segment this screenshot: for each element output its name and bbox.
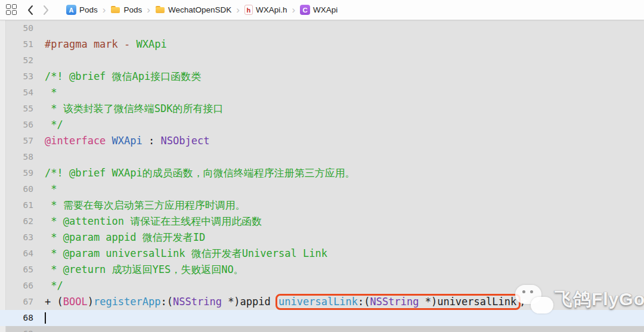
code-token: *	[45, 86, 57, 98]
code-text: *	[33, 181, 57, 197]
line-number[interactable]: 66	[0, 278, 33, 294]
code-line[interactable]: 57@interface WXApi : NSObject	[0, 133, 644, 149]
line-number[interactable]: 53	[0, 69, 33, 85]
chevron-right-icon	[42, 5, 49, 15]
line-number[interactable]: 64	[0, 246, 33, 262]
code-token: WXApi	[137, 38, 167, 50]
line-number[interactable]: 61	[0, 197, 33, 213]
code-token: NSString	[370, 296, 419, 308]
breadcrumb-item-wxapi-h[interactable]: hWXApi.h	[244, 5, 287, 15]
code-token: )	[88, 296, 94, 308]
code-token: #pragma mark -	[45, 38, 137, 50]
code-line[interactable]: 66 */	[0, 278, 644, 294]
code-token: NSObject	[161, 135, 210, 147]
code-line[interactable]: 52	[0, 52, 644, 69]
code-line[interactable]: 55 * 该类封装了微信终端SDK的所有接口	[0, 101, 644, 117]
line-number[interactable]: 58	[0, 149, 33, 165]
code-text: * @param appid 微信开发者ID	[33, 229, 205, 246]
code-line[interactable]: 63 * @param appid 微信开发者ID	[0, 229, 644, 246]
code-text: */	[33, 278, 63, 294]
code-line[interactable]: 68	[0, 310, 644, 326]
line-number[interactable]: 63	[0, 229, 33, 246]
code-token: */	[45, 119, 63, 131]
code-token: * 该类封装了微信终端SDK的所有接口	[45, 103, 223, 114]
breadcrumb-separator: ›	[103, 4, 106, 16]
related-items-icon[interactable]	[6, 4, 17, 15]
code-line[interactable]: 65 * @return 成功返回YES，失败返回NO。	[0, 262, 644, 278]
code-line[interactable]: 50	[0, 20, 644, 36]
breadcrumb-item-pods[interactable]: APods	[66, 5, 98, 15]
code-line[interactable]: 62 * @attention 请保证在主线程中调用此函数	[0, 213, 644, 229]
breadcrumb-label: WechatOpenSDK	[168, 5, 231, 14]
code-line[interactable]: 61 * 需要在每次启动第三方应用程序时调用。	[0, 197, 644, 213]
class-icon: C	[300, 5, 310, 15]
line-number[interactable]: 52	[0, 52, 33, 69]
back-button[interactable]	[27, 5, 34, 15]
breadcrumb-separator: ›	[236, 4, 240, 16]
code-token: ;	[519, 296, 525, 308]
line-number[interactable]: 68	[0, 310, 33, 326]
breadcrumb-item-wxapi[interactable]: CWXApi	[300, 5, 338, 15]
line-number[interactable]: 50	[0, 20, 33, 36]
code-text: * @attention 请保证在主线程中调用此函数	[33, 213, 262, 229]
code-token: */	[45, 280, 63, 291]
code-line[interactable]: 64 * @param universalLink 微信开发者Universal…	[0, 246, 644, 262]
code-token: *)appid	[222, 296, 277, 308]
code-line[interactable]: 58	[0, 149, 644, 165]
code-token: :(	[358, 296, 370, 308]
code-token: /*! @brief WXApi的成员函数，向微信终端程序注册第三方应用。	[45, 167, 355, 179]
line-number[interactable]: 51	[0, 36, 33, 52]
code-text	[33, 310, 46, 326]
breadcrumb-item-wechatopensdk[interactable]: WechatOpenSDK	[155, 5, 231, 15]
code-token: * @param appid 微信开发者ID	[45, 231, 205, 243]
text-cursor	[45, 312, 46, 324]
breadcrumb: APods›Pods›WechatOpenSDK›hWXApi.h›CWXApi	[66, 4, 338, 16]
code-line[interactable]: 59/*! @brief WXApi的成员函数，向微信终端程序注册第三方应用。	[0, 165, 644, 181]
breadcrumb-label: Pods	[79, 5, 98, 14]
code-token	[106, 135, 112, 147]
next-line-partial: 69	[0, 326, 644, 332]
code-editor[interactable]: 5051#pragma mark - WXApi5253/*! @brief 微…	[0, 20, 644, 332]
breadcrumb-separator: ›	[292, 4, 295, 16]
line-number[interactable]: 62	[0, 213, 33, 229]
code-line[interactable]: 54 *	[0, 85, 644, 101]
code-token: /*! @brief 微信Api接口函数类	[45, 70, 201, 82]
code-text: @interface WXApi : NSObject	[33, 133, 209, 149]
project-icon: A	[66, 5, 76, 15]
code-token: NSString	[173, 296, 222, 308]
line-number[interactable]: 69	[0, 326, 33, 332]
code-line[interactable]: 69	[0, 326, 644, 332]
code-line[interactable]: 60 *	[0, 181, 644, 197]
code-text: #pragma mark - WXApi	[33, 36, 167, 52]
line-number[interactable]: 56	[0, 117, 33, 133]
code-line[interactable]: 51#pragma mark - WXApi	[0, 36, 644, 52]
line-number[interactable]: 59	[0, 165, 33, 181]
folder-icon	[110, 5, 120, 15]
code-text	[33, 149, 45, 165]
jump-bar: APods›Pods›WechatOpenSDK›hWXApi.h›CWXApi	[0, 0, 644, 20]
line-number[interactable]: 54	[0, 85, 33, 101]
forward-button[interactable]	[42, 5, 49, 15]
annotation-highlight-box: universalLink:(NSString *)universalLink	[275, 294, 521, 310]
code-text: * @param universalLink 微信开发者Universal Li…	[33, 246, 327, 262]
line-number[interactable]: 65	[0, 262, 33, 278]
code-line[interactable]: 56 */	[0, 117, 644, 133]
code-text: /*! @brief 微信Api接口函数类	[33, 69, 201, 85]
breadcrumb-label: WXApi	[313, 5, 338, 14]
line-number[interactable]: 55	[0, 101, 33, 117]
code-text	[33, 52, 45, 69]
code-token: @interface	[45, 135, 106, 147]
code-token: * 需要在每次启动第三方应用程序时调用。	[45, 199, 246, 211]
code-text: * 该类封装了微信终端SDK的所有接口	[33, 101, 223, 117]
line-number[interactable]: 60	[0, 181, 33, 197]
code-line[interactable]: 53/*! @brief 微信Api接口函数类	[0, 69, 644, 85]
folder-icon	[155, 5, 165, 15]
header-file-icon: h	[244, 5, 253, 15]
code-token: * @attention 请保证在主线程中调用此函数	[45, 215, 262, 227]
code-text: * @return 成功返回YES，失败返回NO。	[33, 262, 244, 278]
line-number[interactable]: 57	[0, 133, 33, 149]
breadcrumb-item-pods[interactable]: Pods	[110, 5, 142, 15]
code-line[interactable]: 67+ (BOOL)registerApp:(NSString *)appid …	[0, 294, 644, 310]
line-number[interactable]: 67	[0, 294, 33, 310]
code-token: BOOL	[63, 296, 88, 308]
